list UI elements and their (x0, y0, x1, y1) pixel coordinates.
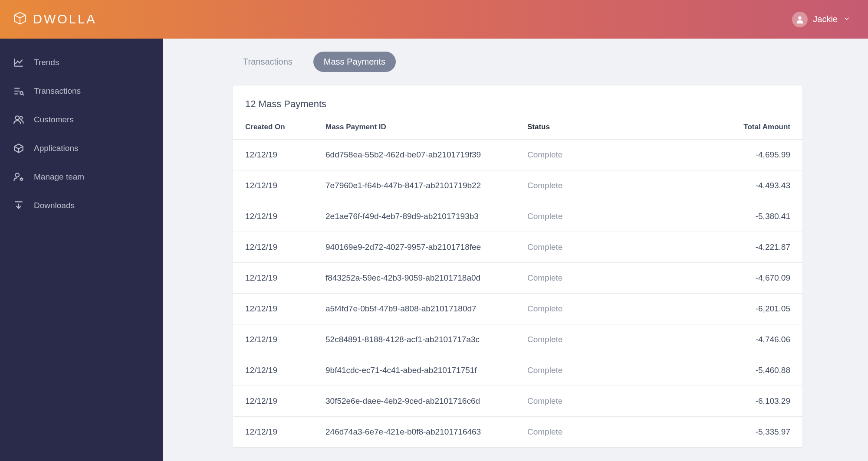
cell-created-on: 12/12/19 (245, 150, 326, 160)
cell-created-on: 12/12/19 (245, 427, 326, 437)
cell-created-on: 12/12/19 (245, 242, 326, 252)
cell-status: Complete (527, 181, 684, 190)
cell-mass-payment-id: f843252a-59ec-42b3-9059-ab2101718a0d (326, 273, 527, 283)
chevron-down-icon (843, 15, 851, 24)
sidebar-item-label: Manage team (34, 172, 84, 182)
package-icon (13, 143, 24, 154)
svg-point-1 (20, 92, 23, 95)
col-header-created-on: Created On (245, 123, 326, 131)
tab-transactions[interactable]: Transactions (233, 52, 303, 72)
table-row[interactable]: 12/12/196dd758ea-55b2-462d-be07-ab210171… (233, 140, 802, 170)
sidebar-item-downloads[interactable]: Downloads (0, 191, 163, 220)
cell-status: Complete (527, 212, 684, 221)
cell-total-amount: -4,493.43 (684, 181, 790, 190)
cell-total-amount: -4,746.06 (684, 335, 790, 344)
cell-created-on: 12/12/19 (245, 396, 326, 406)
tab-mass-payments[interactable]: Mass Payments (313, 52, 396, 72)
cell-status: Complete (527, 396, 684, 406)
sidebar-item-customers[interactable]: Customers (0, 105, 163, 134)
table-body: 12/12/196dd758ea-55b2-462d-be07-ab210171… (233, 140, 802, 448)
cell-mass-payment-id: 6dd758ea-55b2-462d-be07-ab2101719f39 (326, 150, 527, 160)
sidebar-item-label: Transactions (34, 86, 81, 96)
sidebar-item-trends[interactable]: Trends (0, 48, 163, 77)
list-search-icon (13, 85, 24, 97)
sidebar-item-manage-team[interactable]: Manage team (0, 163, 163, 191)
col-header-status: Status (527, 123, 684, 131)
cell-mass-payment-id: 2e1ae76f-f49d-4eb7-89d9-ab21017193b3 (326, 212, 527, 221)
card-title: 12 Mass Payments (233, 85, 802, 119)
cell-created-on: 12/12/19 (245, 366, 326, 375)
sidebar-item-label: Downloads (34, 201, 75, 210)
cell-mass-payment-id: 52c84891-8188-4128-acf1-ab2101717a3c (326, 335, 527, 344)
cell-mass-payment-id: 940169e9-2d72-4027-9957-ab2101718fee (326, 242, 527, 252)
app-header: DWOLLA Jackie (0, 0, 868, 39)
cell-created-on: 12/12/19 (245, 212, 326, 221)
table-row[interactable]: 12/12/197e7960e1-f64b-447b-8417-ab210171… (233, 170, 802, 201)
cell-total-amount: -5,335.97 (684, 427, 790, 437)
cell-status: Complete (527, 427, 684, 437)
user-gear-icon (13, 171, 24, 183)
svg-point-5 (20, 178, 22, 180)
cell-total-amount: -5,380.41 (684, 212, 790, 221)
cell-mass-payment-id: 246d74a3-6e7e-421e-b0f8-ab2101716463 (326, 427, 527, 437)
table-row[interactable]: 12/12/199bf41cdc-ec71-4c41-abed-ab210171… (233, 355, 802, 386)
col-header-total-amount: Total Amount (684, 123, 790, 131)
sidebar-item-label: Trends (34, 58, 59, 67)
cell-status: Complete (527, 335, 684, 344)
cell-created-on: 12/12/19 (245, 181, 326, 190)
cell-mass-payment-id: a5f4fd7e-0b5f-47b9-a808-ab21017180d7 (326, 304, 527, 314)
mass-payments-card: 12 Mass Payments Created On Mass Payment… (233, 85, 803, 448)
cell-total-amount: -4,670.09 (684, 273, 790, 283)
svg-point-2 (15, 116, 19, 120)
cell-created-on: 12/12/19 (245, 304, 326, 314)
table-header: Created On Mass Payment ID Status Total … (233, 119, 802, 140)
cell-mass-payment-id: 9bf41cdc-ec71-4c41-abed-ab210171751f (326, 366, 527, 375)
cell-status: Complete (527, 304, 684, 314)
cell-total-amount: -6,201.05 (684, 304, 790, 314)
table-row[interactable]: 12/12/1952c84891-8188-4128-acf1-ab210171… (233, 324, 802, 355)
cell-total-amount: -4,695.99 (684, 150, 790, 160)
table-row[interactable]: 12/12/1930f52e6e-daee-4eb2-9ced-ab210171… (233, 386, 802, 417)
svg-point-3 (20, 116, 22, 119)
user-menu[interactable]: Jackie (792, 12, 851, 27)
download-icon (13, 200, 24, 211)
cell-status: Complete (527, 273, 684, 283)
svg-point-4 (15, 173, 19, 177)
col-header-mass-payment-id: Mass Payment ID (326, 123, 527, 131)
table-row[interactable]: 12/12/19f843252a-59ec-42b3-9059-ab210171… (233, 263, 802, 294)
user-name: Jackie (813, 14, 838, 24)
cell-total-amount: -5,460.88 (684, 366, 790, 375)
sidebar: Trends Transactions Customers (0, 39, 163, 461)
users-icon (13, 114, 24, 125)
sidebar-item-applications[interactable]: Applications (0, 134, 163, 163)
sidebar-item-label: Applications (34, 144, 78, 153)
avatar (792, 12, 808, 27)
cell-mass-payment-id: 7e7960e1-f64b-447b-8417-ab2101719b22 (326, 181, 527, 190)
cell-status: Complete (527, 366, 684, 375)
tabs: Transactions Mass Payments (233, 52, 803, 72)
table-row[interactable]: 12/12/192e1ae76f-f49d-4eb7-89d9-ab210171… (233, 201, 802, 232)
logo-group: DWOLLA (12, 11, 96, 28)
trends-icon (13, 57, 24, 68)
table-row[interactable]: 12/12/19246d74a3-6e7e-421e-b0f8-ab210171… (233, 417, 802, 448)
main-content: Transactions Mass Payments 12 Mass Payme… (163, 39, 868, 461)
brand-text: DWOLLA (33, 12, 96, 26)
cell-total-amount: -6,103.29 (684, 396, 790, 406)
cell-total-amount: -4,221.87 (684, 242, 790, 252)
cell-status: Complete (527, 242, 684, 252)
cell-created-on: 12/12/19 (245, 273, 326, 283)
sidebar-item-transactions[interactable]: Transactions (0, 77, 163, 105)
cell-created-on: 12/12/19 (245, 335, 326, 344)
svg-point-0 (799, 16, 802, 19)
cell-mass-payment-id: 30f52e6e-daee-4eb2-9ced-ab2101716c6d (326, 396, 527, 406)
cell-status: Complete (527, 150, 684, 160)
sidebar-item-label: Customers (34, 115, 74, 124)
table-row[interactable]: 12/12/19a5f4fd7e-0b5f-47b9-a808-ab210171… (233, 294, 802, 324)
table-row[interactable]: 12/12/19940169e9-2d72-4027-9957-ab210171… (233, 232, 802, 263)
logo-cube-icon (12, 11, 28, 28)
